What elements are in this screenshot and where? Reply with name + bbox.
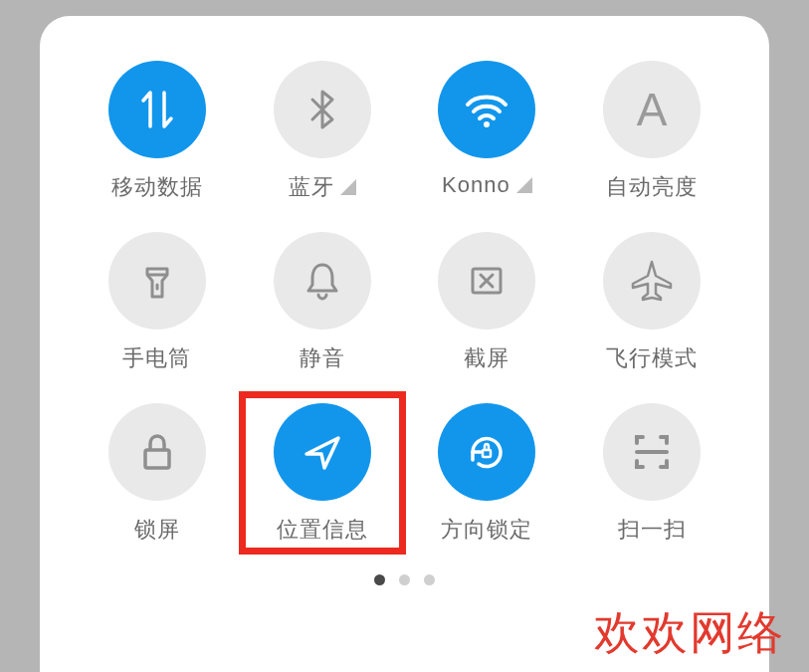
page-dot[interactable]: [399, 574, 410, 585]
lock-icon: [108, 403, 206, 501]
tile-auto-brightness[interactable]: A 自动亮度: [584, 61, 719, 202]
scan-icon: [603, 403, 701, 501]
tile-mobile-data[interactable]: 移动数据: [90, 61, 225, 202]
tile-rotation-lock[interactable]: 方向锁定: [420, 403, 555, 545]
page-indicator: [90, 574, 719, 585]
wifi-icon: [438, 61, 535, 158]
quick-settings-panel: 移动数据 蓝牙 Konno: [40, 16, 769, 672]
signal-icon: [340, 179, 356, 195]
mobile-data-icon: [108, 61, 206, 158]
auto-brightness-icon: A: [603, 61, 701, 158]
tile-label: 锁屏: [134, 515, 180, 545]
tile-label: 静音: [300, 343, 345, 373]
tile-scan[interactable]: 扫一扫: [584, 403, 719, 545]
tile-airplane[interactable]: 飞行模式: [584, 232, 719, 373]
tile-label: 手电筒: [122, 343, 191, 373]
tile-flashlight[interactable]: 手电筒: [90, 232, 225, 373]
location-icon: [274, 403, 371, 501]
flashlight-icon: [108, 232, 206, 330]
bluetooth-icon: [274, 61, 371, 158]
tile-label: 自动亮度: [606, 172, 698, 202]
page-dot[interactable]: [424, 574, 435, 585]
tile-label: 扫一扫: [618, 515, 687, 545]
tile-label: Konno: [442, 172, 510, 198]
signal-icon: [516, 177, 532, 193]
tile-screenshot[interactable]: 截屏: [420, 232, 555, 373]
tile-label: 飞行模式: [606, 343, 698, 373]
screenshot-icon: [438, 232, 535, 330]
svg-point-0: [484, 121, 490, 127]
page-dot[interactable]: [374, 574, 385, 585]
airplane-icon: [603, 232, 701, 330]
tile-wifi[interactable]: Konno: [420, 61, 555, 202]
bell-icon: [274, 232, 371, 330]
svg-rect-4: [145, 450, 169, 468]
tile-label: 方向锁定: [441, 515, 532, 545]
svg-rect-5: [483, 450, 491, 457]
rotation-lock-icon: [438, 403, 535, 501]
tile-label: 蓝牙: [289, 172, 334, 202]
tile-label: 移动数据: [111, 172, 203, 202]
tile-lock[interactable]: 锁屏: [90, 403, 225, 545]
tile-label: 位置信息: [277, 515, 368, 545]
tile-bluetooth[interactable]: 蓝牙: [255, 61, 390, 202]
tile-mute[interactable]: 静音: [255, 232, 390, 373]
tile-label: 截屏: [464, 343, 509, 373]
tile-location[interactable]: 位置信息: [255, 403, 390, 545]
tiles-grid: 移动数据 蓝牙 Konno: [90, 61, 719, 545]
